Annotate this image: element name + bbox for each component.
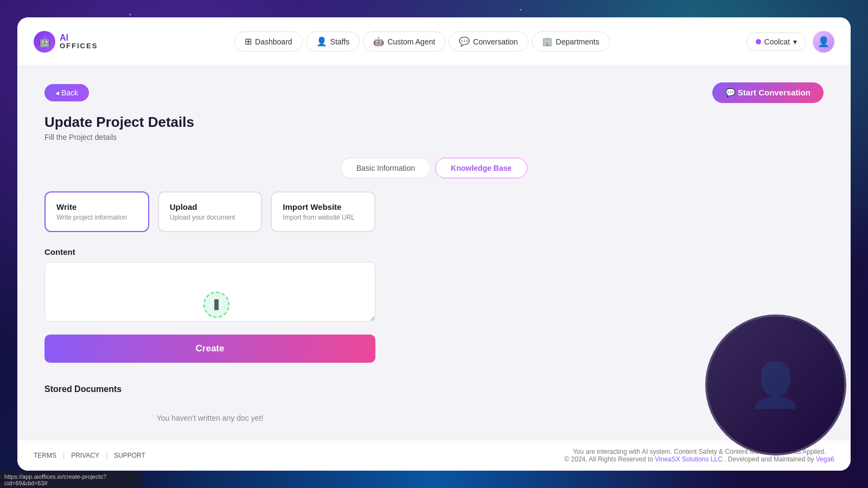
custom-agent-icon: 🤖 xyxy=(373,36,384,47)
nav-item-custom-agent[interactable]: 🤖 Custom Agent xyxy=(363,31,445,52)
staffs-icon: 👤 xyxy=(316,36,327,47)
footer-terms[interactable]: TERMS xyxy=(34,452,56,459)
logo-ai: AI xyxy=(60,34,98,42)
nav-item-staffs[interactable]: 👤 Staffs xyxy=(306,31,360,52)
logo-icon: 🤖 xyxy=(34,31,55,53)
footer-support[interactable]: SUPPORT xyxy=(114,452,145,459)
nav-label-dashboard: Dashboard xyxy=(255,37,292,46)
nav-label-conversation: Conversation xyxy=(473,37,518,46)
nav-item-departments[interactable]: 🏢 Departments xyxy=(532,31,610,52)
video-overlay: 👤 xyxy=(705,314,846,455)
nav-label-custom-agent: Custom Agent xyxy=(387,37,435,46)
start-conversation-button[interactable]: 💬 Start Conversation xyxy=(712,82,824,103)
option-card-import[interactable]: Import Website Import from website URL xyxy=(271,191,375,232)
content-label: Content xyxy=(44,247,824,256)
top-actions: ◂ Back 💬 Start Conversation xyxy=(44,82,824,103)
nav-label-staffs: Staffs xyxy=(330,37,350,46)
option-card-upload[interactable]: Upload Upload your document xyxy=(158,191,263,232)
navbar: 🤖 AI OFFICES ⊞ Dashboard 👤 Staffs 🤖 Cust… xyxy=(17,17,851,66)
footer-vega-link[interactable]: Vega6 xyxy=(816,455,834,463)
upload-card-title: Upload xyxy=(170,202,251,211)
dropdown-arrow-icon: ▾ xyxy=(793,37,797,46)
write-card-subtitle: Write project information xyxy=(56,214,137,221)
tab-knowledge-base[interactable]: Knowledge Base xyxy=(435,158,527,178)
page-title: Update Project Details xyxy=(44,114,824,131)
avatar[interactable]: 👤 xyxy=(813,31,834,53)
tab-basic-information[interactable]: Basic Information xyxy=(341,158,431,178)
import-card-title: Import Website xyxy=(283,202,363,211)
footer-line-2: © 2024, All Rights Reserved to VineaSX S… xyxy=(564,455,834,463)
nav-label-departments: Departments xyxy=(556,37,599,46)
footer-privacy[interactable]: PRIVACY xyxy=(71,452,99,459)
nav-right: Coolcat ▾ 👤 xyxy=(746,31,834,53)
departments-icon: 🏢 xyxy=(542,36,553,47)
nav-item-dashboard[interactable]: ⊞ Dashboard xyxy=(234,31,303,52)
status-url: https://app.aioffices.io/create-projects… xyxy=(4,473,106,486)
footer: TERMS | PRIVACY | SUPPORT You are intera… xyxy=(17,440,851,471)
footer-sep-2: | xyxy=(106,452,107,459)
status-bar: https://app.aioffices.io/create-projects… xyxy=(0,472,141,488)
option-cards: Write Write project information Upload U… xyxy=(44,191,375,232)
conversation-icon: 💬 xyxy=(459,36,470,47)
user-name: Coolcat xyxy=(764,37,790,46)
create-button[interactable]: Create xyxy=(44,335,375,363)
textarea-wrapper xyxy=(44,262,375,324)
footer-sep-1: | xyxy=(63,452,65,459)
footer-company-link[interactable]: VineaSX Solutions LLC xyxy=(655,455,723,463)
nav-item-conversation[interactable]: 💬 Conversation xyxy=(449,31,528,52)
back-button[interactable]: ◂ Back xyxy=(44,84,89,101)
footer-links: TERMS | PRIVACY | SUPPORT xyxy=(34,452,145,459)
no-documents-message: You haven't written any doc yet! xyxy=(44,403,375,433)
logo-text: AI OFFICES xyxy=(60,34,98,49)
user-menu-button[interactable]: Coolcat ▾ xyxy=(746,33,806,51)
dashboard-icon: ⊞ xyxy=(245,36,252,47)
nav-links: ⊞ Dashboard 👤 Staffs 🤖 Custom Agent 💬 Co… xyxy=(234,31,610,52)
option-card-write[interactable]: Write Write project information xyxy=(44,191,149,232)
video-person: 👤 xyxy=(707,317,844,453)
upload-card-subtitle: Upload your document xyxy=(170,214,251,221)
logo-offices: OFFICES xyxy=(60,42,98,49)
import-card-subtitle: Import from website URL xyxy=(283,214,363,221)
page-subtitle: Fill the Project details xyxy=(44,133,824,142)
write-card-title: Write xyxy=(56,202,137,211)
avatar-icon: 👤 xyxy=(818,36,829,48)
logo: 🤖 AI OFFICES xyxy=(34,31,98,53)
user-status-indicator xyxy=(756,39,761,44)
content-textarea[interactable] xyxy=(44,262,375,322)
tabs-row: Basic Information Knowledge Base xyxy=(44,158,824,178)
